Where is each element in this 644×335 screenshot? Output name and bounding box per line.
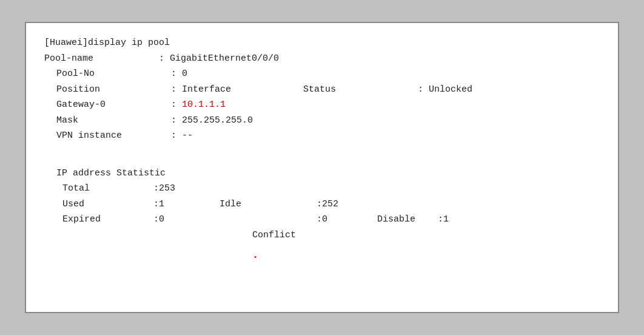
command-line: [Huawei]display ip pool [44,35,600,51]
disable-label: Disable [377,212,438,274]
conflict-value: :0 [317,212,377,274]
position-line: Position : Interface Status : Unlocked [44,82,600,98]
expired-sep: : [153,212,159,274]
pool-no-value: 0 [182,66,187,82]
expired-label: Expired [62,212,153,274]
statistic-header-line: IP address Statistic [44,166,600,181]
vpn-sep: : [166,128,182,144]
gateway-label: Gateway-0 [56,97,166,113]
used-sep: : [153,197,159,212]
pool-name-label: Pool-name [44,51,153,67]
position-value: Interface [182,82,303,98]
used-value: 1 [159,197,220,212]
expired-line: Expired : 0 Conflict :0 Disable :1 [44,212,600,274]
gateway-line: Gateway-0 : 10.1.1.1 [44,97,600,113]
gateway-value: 10.1.1.1 [182,97,226,113]
status-value: Unlocked [429,82,472,98]
vpn-label: VPN instance [56,128,166,144]
conflict-underline-dot [252,243,258,259]
idle-label: Idle [220,197,317,212]
mask-sep: : [166,113,182,129]
pool-no-label: Pool-No [56,66,166,82]
conflict-label-wrapper: Conflict [220,212,317,274]
statistic-header: IP address Statistic [56,166,166,181]
position-label: Position [56,82,166,98]
conflict-label: Conflict [252,230,296,240]
status-label: Status [303,82,412,98]
total-line: Total : 253 [44,181,600,197]
total-sep: : [153,181,159,197]
gateway-sep: : [166,97,182,113]
mask-line: Mask : 255.255.255.0 [44,113,600,129]
vpn-line: VPN instance : -- [44,128,600,144]
pool-no-sep: : [166,66,182,82]
expired-value: 0 [159,212,220,274]
total-value: 253 [159,181,175,197]
disable-value: :1 [438,212,449,274]
pool-name-sep: : [153,51,170,67]
used-label: Used [62,197,153,212]
idle-value: :252 [317,197,338,212]
position-sep: : [166,82,182,98]
pool-name-line: Pool-name : GigabitEthernet0/0/0 [44,51,600,67]
mask-label: Mask [56,113,166,129]
pool-name-value: GigabitEthernet0/0/0 [170,51,279,67]
command-text: [Huawei]display ip pool [44,35,170,51]
used-line: Used : 1 Idle :252 [44,197,600,212]
terminal-box: [Huawei]display ip pool Pool-name : Giga… [25,22,619,313]
mask-value: 255.255.255.0 [182,113,253,129]
pool-no-line: Pool-No : 0 [44,66,600,82]
status-sep: : [412,82,429,98]
total-label: Total [62,181,153,197]
vpn-value: -- [182,128,193,144]
